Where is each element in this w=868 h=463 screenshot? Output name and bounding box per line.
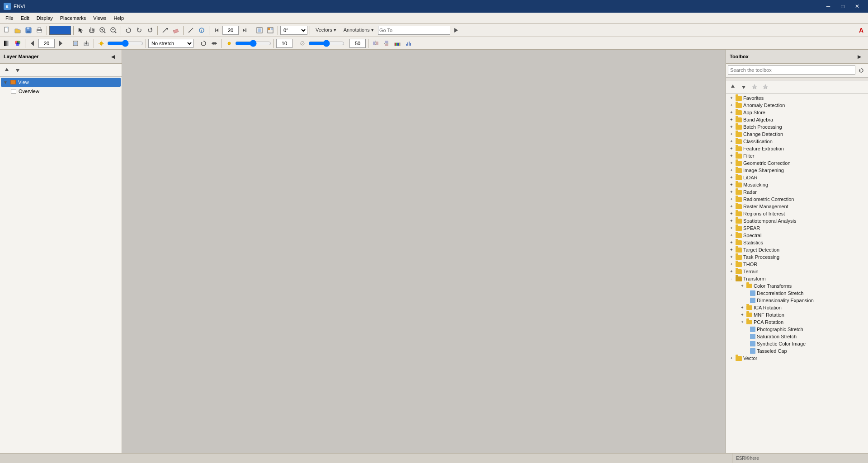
opacity-slider[interactable] (308, 40, 344, 47)
menu-help[interactable]: Help (110, 14, 127, 22)
anomaly-expand[interactable]: + (729, 103, 734, 108)
tool-radar[interactable]: + Radar (727, 188, 867, 196)
reset-button[interactable] (123, 25, 133, 35)
toolbox-nav-fav2[interactable] (760, 82, 770, 92)
histogram-button[interactable] (403, 38, 413, 48)
thor-expand[interactable]: + (729, 262, 734, 267)
batch-expand[interactable]: + (729, 124, 734, 130)
sync-button[interactable] (198, 38, 208, 48)
toolbar2-val1[interactable]: 20 (38, 39, 55, 48)
tool-band-algebra[interactable]: + Band Algebra (727, 116, 867, 123)
rotation-combo[interactable]: 0° 90° 180° 270° (280, 26, 307, 35)
spear-expand[interactable]: + (729, 225, 734, 231)
view-expand-icon[interactable]: ▼ (3, 80, 8, 85)
menu-file[interactable]: File (2, 14, 17, 22)
toolbar2-val2[interactable]: 10 (276, 39, 292, 48)
layer-overview-item[interactable]: Overview (1, 87, 121, 96)
tool-filter[interactable]: + Filter (727, 152, 867, 159)
tool-spear[interactable]: + SPEAR (727, 224, 867, 232)
layer-down-button[interactable] (13, 65, 23, 75)
layer-up-button[interactable] (2, 65, 12, 75)
fit-button[interactable] (255, 25, 264, 35)
tool-statistics[interactable]: + Statistics (727, 239, 867, 246)
tool-spectral[interactable]: + Spectral (727, 232, 867, 239)
menu-edit[interactable]: Edit (17, 14, 33, 22)
tool-mnf-rotation[interactable]: + MNF Rotation (727, 311, 867, 318)
stats-expand[interactable]: + (729, 240, 734, 245)
bandalgebra-expand[interactable]: + (729, 117, 734, 122)
spectral-expand[interactable]: + (729, 233, 734, 238)
menu-views[interactable]: Views (90, 14, 110, 22)
vector-expand[interactable]: + (729, 355, 734, 361)
tool-color-transforms[interactable]: + Color Transforms (727, 282, 867, 290)
redo-button[interactable] (145, 25, 155, 35)
annotations-dropdown[interactable]: Annotations ▾ (340, 25, 377, 35)
geom-expand[interactable]: + (729, 160, 734, 166)
tool-change-detection[interactable]: + Change Detection (727, 131, 867, 138)
cursor-button[interactable] (76, 25, 86, 35)
task-expand[interactable]: + (729, 254, 734, 260)
save-button[interactable] (24, 25, 33, 35)
tool-tasseled-cap[interactable]: Tasseled Cap (727, 347, 867, 355)
print-button[interactable] (34, 25, 44, 35)
filter-expand[interactable]: + (729, 153, 734, 159)
menu-placemarks[interactable]: Placemarks (57, 14, 90, 22)
zoom-out-button[interactable] (108, 25, 118, 35)
tool-decorrelation-stretch[interactable]: Decorrelation Stretch (727, 290, 867, 297)
raster-expand[interactable]: + (729, 204, 734, 209)
layer-view-item[interactable]: ▼ View (1, 78, 121, 87)
zoom-in-button[interactable] (98, 25, 108, 35)
tool-thor[interactable]: + THOR (727, 261, 867, 268)
toolbox-search-refresh[interactable] (856, 65, 866, 75)
tool-vector[interactable]: + Vector (727, 355, 867, 362)
ica-expand[interactable]: + (740, 305, 745, 310)
tool-raster-management[interactable]: + Raster Management (727, 203, 867, 210)
eraser-button[interactable] (171, 25, 181, 35)
tool-dimensionality-expansion[interactable]: Dimensionality Expansion (727, 297, 867, 304)
toolbox-nav-down[interactable] (739, 82, 749, 92)
color-swatch[interactable] (49, 26, 71, 35)
identify-button[interactable]: i (197, 25, 207, 35)
terrain-expand[interactable]: + (729, 269, 734, 274)
mnf-expand[interactable]: + (740, 312, 745, 318)
export-button[interactable] (81, 38, 91, 48)
open-button[interactable] (13, 25, 23, 35)
layer-manager-pin[interactable]: ◀ (108, 51, 118, 61)
goto-input[interactable] (378, 26, 450, 35)
tool-saturation-stretch[interactable]: Saturation Stretch (727, 333, 867, 340)
target-expand[interactable]: + (729, 247, 734, 253)
tool-geometric-correction[interactable]: + Geometric Correction (727, 159, 867, 167)
new-button[interactable] (2, 25, 12, 35)
tool-anomaly-detection[interactable]: + Anomaly Detection (727, 102, 867, 109)
tool-mosaicking[interactable]: + Mosaicking (727, 181, 867, 188)
toolbar2-val3[interactable]: 50 (349, 39, 366, 48)
toolbox-pin[interactable]: ▶ (854, 51, 864, 61)
minimize-button[interactable]: ─ (821, 0, 835, 13)
vectors-dropdown[interactable]: Vectors ▾ (312, 25, 340, 35)
pca-expand[interactable]: + (740, 319, 745, 325)
tool-ica-rotation[interactable]: + ICA Rotation (727, 304, 867, 311)
hand-button[interactable] (87, 25, 97, 35)
sharp-expand[interactable]: + (729, 168, 734, 173)
tool-favorites[interactable]: + Favorites (727, 94, 867, 102)
flip-h-button[interactable] (371, 38, 381, 48)
tool-transform[interactable]: - Transform (727, 275, 867, 282)
restore-button[interactable]: □ (835, 0, 850, 13)
tool-batch-processing[interactable]: + Batch Processing (727, 123, 867, 131)
tool-terrain[interactable]: + Terrain (727, 268, 867, 275)
tool-roi[interactable]: + Regions of Interest (727, 210, 867, 217)
favorites-expand[interactable]: + (729, 95, 734, 101)
tool-pca-rotation[interactable]: + PCA Rotation (727, 318, 867, 326)
lidar-expand[interactable]: + (729, 175, 734, 180)
tool-task-processing[interactable]: + Task Processing (727, 253, 867, 261)
tool-target-detection[interactable]: + Target Detection (727, 246, 867, 253)
transform-expand[interactable]: - (729, 276, 734, 281)
zoom-forward-button[interactable] (240, 25, 250, 35)
toolbar2-back[interactable] (28, 38, 38, 48)
toolbox-nav-up[interactable] (728, 82, 738, 92)
mosaic-expand[interactable]: + (729, 182, 734, 187)
menu-display[interactable]: Display (33, 14, 57, 22)
stretch-combo[interactable]: No stretch Linear Gaussian Equalization … (148, 39, 193, 48)
measure-button[interactable] (186, 25, 196, 35)
change-expand[interactable]: + (729, 131, 734, 137)
